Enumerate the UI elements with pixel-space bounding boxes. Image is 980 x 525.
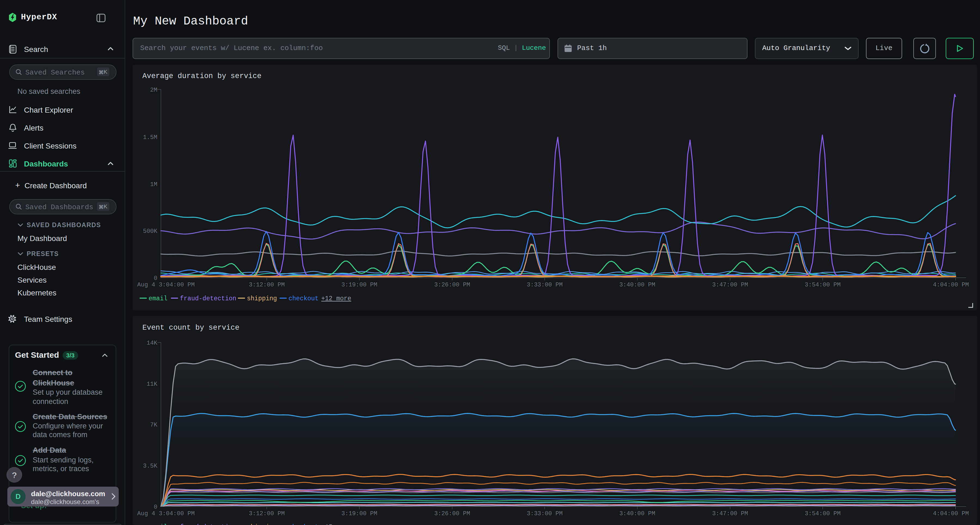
svg-text:7K: 7K: [150, 422, 158, 428]
svg-text:fraud-detection: fraud-detection: [180, 523, 236, 525]
svg-text:4:04:00 PM: 4:04:00 PM: [933, 510, 969, 517]
svg-text:3:33:00 PM: 3:33:00 PM: [527, 510, 563, 517]
svg-text:3:12:00 PM: 3:12:00 PM: [249, 282, 285, 288]
svg-text:Average duration by service: Average duration by service: [142, 72, 261, 80]
svg-text:email: email: [149, 523, 167, 525]
svg-text:Aug 4 3:04:00 PM: Aug 4 3:04:00 PM: [137, 282, 195, 288]
svg-text:1.5M: 1.5M: [143, 134, 158, 141]
svg-text:3:54:00 PM: 3:54:00 PM: [805, 510, 841, 517]
svg-text:3:47:00 PM: 3:47:00 PM: [712, 282, 748, 288]
svg-text:Event count by service: Event count by service: [142, 324, 239, 332]
svg-text:3:19:00 PM: 3:19:00 PM: [341, 282, 377, 288]
svg-text:3:47:00 PM: 3:47:00 PM: [712, 510, 748, 517]
svg-text:11K: 11K: [146, 381, 158, 388]
svg-text:14K: 14K: [146, 340, 158, 347]
svg-text:3.5K: 3.5K: [143, 463, 158, 469]
svg-text:email: email: [149, 295, 167, 302]
svg-text:500K: 500K: [143, 228, 158, 235]
svg-text:+12 more: +12 more: [321, 295, 351, 302]
svg-text:3:40:00 PM: 3:40:00 PM: [619, 282, 655, 288]
svg-text:3:26:00 PM: 3:26:00 PM: [434, 510, 470, 517]
svg-text:3:54:00 PM: 3:54:00 PM: [805, 282, 841, 288]
svg-text:fraud-detection: fraud-detection: [180, 295, 236, 302]
svg-text:3:19:00 PM: 3:19:00 PM: [341, 510, 377, 517]
svg-text:2M: 2M: [150, 87, 158, 94]
svg-text:3:33:00 PM: 3:33:00 PM: [527, 282, 563, 288]
svg-text:checkout: checkout: [288, 295, 318, 302]
svg-text:Aug 4 3:04:00 PM: Aug 4 3:04:00 PM: [137, 510, 195, 517]
svg-text:0: 0: [154, 504, 158, 511]
svg-text:shipping: shipping: [247, 523, 277, 525]
svg-text:+15 more: +15 more: [321, 523, 351, 525]
svg-text:0: 0: [154, 275, 158, 282]
svg-text:3:40:00 PM: 3:40:00 PM: [619, 510, 655, 517]
svg-text:4:04:00 PM: 4:04:00 PM: [933, 282, 969, 288]
svg-text:1M: 1M: [150, 181, 158, 188]
svg-text:3:12:00 PM: 3:12:00 PM: [249, 510, 285, 517]
svg-text:shipping: shipping: [247, 295, 277, 302]
svg-text:checkout: checkout: [288, 523, 318, 525]
svg-text:3:26:00 PM: 3:26:00 PM: [434, 282, 470, 288]
